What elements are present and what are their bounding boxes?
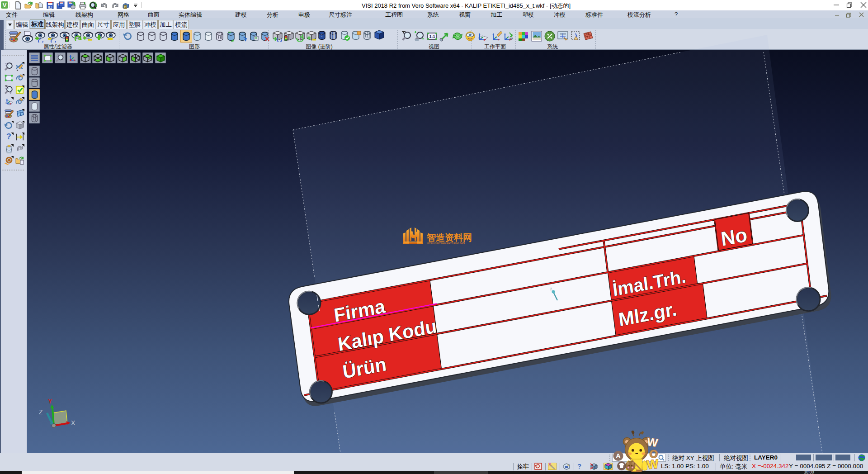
svg-text:INTELLIGENT MANUFACTURING DATA: INTELLIGENT MANUFACTURING DATA xyxy=(427,242,466,245)
svg-text:X: X xyxy=(71,419,75,427)
svg-text:W: W xyxy=(646,435,659,449)
svg-text:智造资料网: 智造资料网 xyxy=(426,232,472,242)
svg-text:Y: Y xyxy=(48,398,52,405)
svg-text:Z: Z xyxy=(39,408,43,416)
svg-text:A: A xyxy=(616,452,621,460)
svg-text:W: W xyxy=(646,457,660,472)
